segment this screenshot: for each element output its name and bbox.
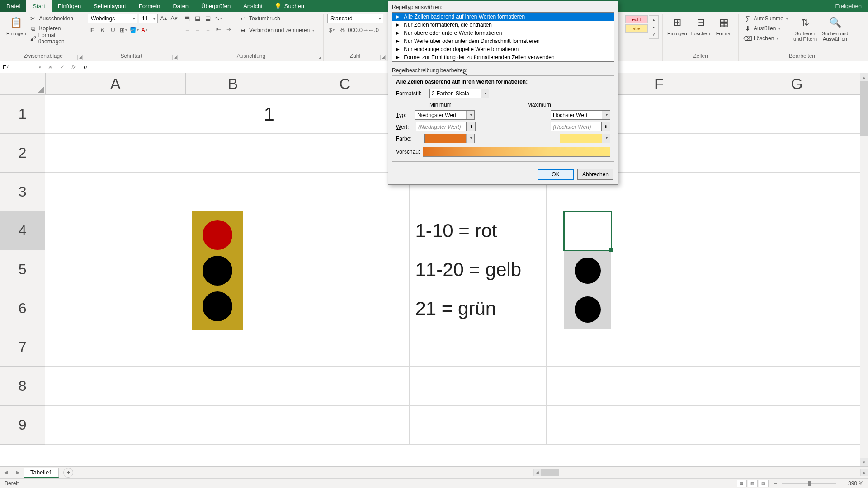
- border-button[interactable]: ⊞: [119, 25, 128, 34]
- font-launcher[interactable]: ◢: [172, 55, 178, 60]
- sort-filter-button[interactable]: ⇅Sortieren und Filtern: [792, 14, 819, 42]
- decrease-decimal-button[interactable]: ←.0: [369, 25, 378, 34]
- cell-G4[interactable]: [726, 211, 868, 250]
- cell-A2[interactable]: [45, 134, 185, 173]
- increase-font-button[interactable]: A▴: [159, 14, 168, 23]
- align-left-button[interactable]: ≡: [183, 24, 192, 33]
- fill-color-button[interactable]: 🪣: [129, 25, 138, 34]
- fill-handle[interactable]: [609, 248, 613, 252]
- row-header-5[interactable]: 5: [0, 250, 45, 289]
- font-size-combo[interactable]: 11: [139, 14, 158, 23]
- share-button[interactable]: Freigeben: [829, 0, 868, 12]
- col-header-g[interactable]: G: [726, 73, 868, 95]
- increase-decimal-button[interactable]: .0→: [359, 25, 368, 34]
- clipboard-launcher[interactable]: ◢: [77, 55, 83, 60]
- align-center-button[interactable]: ≡: [193, 24, 202, 33]
- insert-function-button[interactable]: fx: [68, 61, 80, 73]
- tab-start[interactable]: Start: [26, 0, 51, 12]
- select-all-corner[interactable]: [0, 73, 46, 95]
- cell-C5[interactable]: [280, 250, 410, 289]
- scroll-right-button[interactable]: ▶: [860, 469, 868, 476]
- row-header-6[interactable]: 6: [0, 289, 45, 328]
- view-normal-button[interactable]: ▦: [737, 480, 747, 487]
- underline-button[interactable]: U: [108, 25, 118, 34]
- cell-F5[interactable]: [592, 250, 726, 289]
- cell-B7[interactable]: [185, 328, 280, 367]
- align-top-button[interactable]: ⬒: [183, 14, 192, 23]
- italic-button[interactable]: K: [98, 25, 107, 34]
- vertical-scrollbar[interactable]: ▴ ▾: [860, 73, 868, 466]
- cell-G1[interactable]: [726, 95, 868, 134]
- decrease-font-button[interactable]: A▾: [170, 14, 179, 23]
- rule-type-item-3[interactable]: ► Nur Werte über oder unter dem Durchsch…: [392, 37, 614, 45]
- cell-C8[interactable]: [280, 367, 410, 406]
- tab-seitenlayout[interactable]: Seitenlayout: [87, 0, 132, 12]
- cell-D6[interactable]: 21 = grün: [410, 289, 546, 328]
- tell-me-search[interactable]: 💡 Suchen: [269, 0, 310, 12]
- style-bad[interactable]: echt: [625, 15, 648, 23]
- styles-up[interactable]: ▴: [649, 16, 658, 23]
- min-color-combo[interactable]: ▾: [424, 134, 475, 143]
- col-header-a[interactable]: A: [46, 73, 186, 95]
- tab-nav-next[interactable]: ▶: [12, 469, 24, 475]
- cut-button[interactable]: ✂Ausschneiden: [28, 14, 80, 23]
- cell-G5[interactable]: [726, 250, 868, 289]
- rule-type-item-4[interactable]: ► Nur eindeutige oder doppelte Werte for…: [392, 45, 614, 53]
- new-sheet-button[interactable]: +: [63, 468, 73, 478]
- max-color-combo[interactable]: ▾: [560, 134, 610, 143]
- cell-G3[interactable]: [726, 173, 868, 211]
- cancel-formula-button[interactable]: ✕: [44, 61, 56, 73]
- style-neutral[interactable]: abe: [625, 24, 648, 33]
- cell-A5[interactable]: [45, 250, 185, 289]
- font-color-button[interactable]: A: [140, 25, 149, 34]
- cell-B3[interactable]: [185, 173, 280, 211]
- zoom-in-button[interactable]: +: [840, 480, 844, 487]
- tab-nav-prev[interactable]: ◀: [0, 469, 12, 475]
- cell-D9[interactable]: [410, 406, 546, 445]
- fill-button[interactable]: ⬇Ausfüllen: [742, 23, 790, 33]
- zoom-out-button[interactable]: −: [774, 480, 777, 487]
- min-type-combo[interactable]: Niedrigster Wert▾: [415, 110, 475, 120]
- clear-button[interactable]: ⌫Löschen: [742, 33, 790, 43]
- scroll-up-button[interactable]: ▴: [860, 73, 868, 81]
- styles-more[interactable]: ⊻: [649, 31, 658, 38]
- autosum-button[interactable]: ∑AutoSumme: [742, 14, 790, 23]
- row-header-7[interactable]: 7: [0, 328, 45, 367]
- cell-C4[interactable]: [280, 211, 410, 250]
- scroll-down-button[interactable]: ▾: [860, 458, 868, 466]
- cell-A7[interactable]: [45, 328, 185, 367]
- rule-type-item-0[interactable]: ► Alle Zellen basierend auf ihren Werten…: [392, 13, 614, 21]
- cell-F4[interactable]: [592, 211, 726, 250]
- cell-B9[interactable]: [185, 406, 280, 445]
- min-value-ref-button[interactable]: ⬆: [467, 122, 476, 131]
- max-value-ref-button[interactable]: ⬆: [601, 122, 610, 131]
- row-header-1[interactable]: 1: [0, 95, 45, 134]
- zoom-slider[interactable]: [782, 483, 836, 484]
- insert-cells-button[interactable]: ⊞Einfügen: [666, 14, 688, 36]
- vscroll-thumb[interactable]: [860, 81, 868, 136]
- cell-B2[interactable]: [185, 134, 280, 173]
- enter-formula-button[interactable]: ✓: [56, 61, 68, 73]
- font-family-combo[interactable]: Webdings: [88, 14, 137, 23]
- cell-C9[interactable]: [280, 406, 410, 445]
- cell-F7[interactable]: [592, 328, 726, 367]
- cell-B8[interactable]: [185, 367, 280, 406]
- zoom-thumb[interactable]: [808, 481, 811, 486]
- delete-cells-button[interactable]: ⊟Löschen: [690, 14, 712, 36]
- wrap-text-button[interactable]: ↩Textumbruch: [238, 14, 316, 23]
- name-box[interactable]: E4: [0, 61, 44, 73]
- cell-B1[interactable]: 1: [185, 95, 280, 134]
- max-type-combo[interactable]: Höchster Wert▾: [551, 110, 610, 120]
- cell-G7[interactable]: [726, 328, 868, 367]
- cell-F8[interactable]: [592, 367, 726, 406]
- cell-G6[interactable]: [726, 289, 868, 328]
- cell-E7[interactable]: [547, 328, 592, 367]
- horizontal-scrollbar[interactable]: ◀ ▶: [533, 469, 868, 476]
- format-painter-button[interactable]: 🖌Format übertragen: [28, 33, 80, 43]
- cell-D4[interactable]: 1-10 = rot: [410, 211, 546, 250]
- view-page-layout-button[interactable]: ▥: [748, 480, 758, 487]
- formatstyle-combo[interactable]: 2-Farben-Skala▾: [429, 89, 489, 98]
- cell-E9[interactable]: [547, 406, 592, 445]
- styles-down[interactable]: ▾: [649, 23, 658, 31]
- rule-type-item-1[interactable]: ► Nur Zellen formatieren, die enthalten: [392, 21, 614, 29]
